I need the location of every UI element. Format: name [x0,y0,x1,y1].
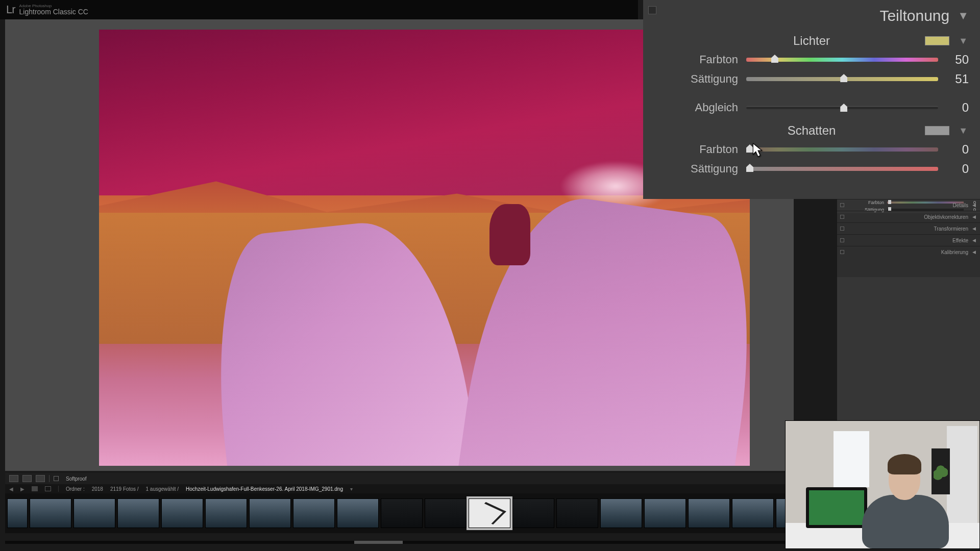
filmstrip-thumb[interactable] [249,498,291,528]
filmstrip-thumb[interactable] [425,498,467,528]
compare-icon[interactable] [36,475,45,482]
panel-title: Teiltonung [879,7,949,24]
filmstrip-thumb[interactable] [293,498,335,528]
split-toning-panel: Teiltonung ▼ Lichter ▼ Farbton 50 Sättig… [643,0,980,199]
dev-section-details[interactable]: Details◀ [837,199,980,211]
secondary-icon[interactable] [45,486,51,491]
softproof-checkbox[interactable] [54,476,59,481]
highlights-swatch[interactable] [925,36,949,45]
loupe-view-icon[interactable] [9,475,18,482]
filmstrip-thumb[interactable] [469,498,510,528]
highlights-hue-value[interactable]: 50 [938,53,969,67]
filmstrip-thumb[interactable] [7,498,28,528]
highlights-hue-slider[interactable] [746,58,938,62]
panel-collapse-icon[interactable]: ▼ [958,9,969,22]
nav-fwd-icon[interactable]: ▶ [20,486,24,492]
filmstrip-thumb[interactable] [688,498,730,528]
shadows-sat-label: Sättigung [654,162,746,176]
filmstrip-thumb[interactable] [30,498,71,528]
shadows-hue-value[interactable]: 0 [938,142,969,157]
highlights-sat-value[interactable]: 51 [938,72,969,86]
dev-section-kalibrierung[interactable]: Kalibrierung◀ [837,246,980,258]
shadows-hue-label: Farbton [654,143,746,156]
highlights-sat-label: Sättigung [654,72,746,86]
filmstrip-thumb[interactable] [732,498,774,528]
filmstrip-thumb[interactable] [74,498,115,528]
filmstrip-thumb[interactable] [381,498,423,528]
highlights-hue-label: Farbton [654,53,746,66]
app-header: Lr Adobe Photoshop Lightroom Classic CC [0,0,638,19]
filmstrip-thumb[interactable] [117,498,159,528]
shadows-swatch[interactable] [925,126,949,135]
softproof-label: Softproof [66,476,87,482]
webcam-overlay [785,420,980,549]
dev-section-objektivkorrekturen[interactable]: Objektivkorrekturen◀ [837,211,980,222]
shadows-sat-slider[interactable] [746,167,938,171]
filmstrip-thumb[interactable] [600,498,642,528]
shadows-sat-value[interactable]: 0 [938,162,969,176]
filmstrip-thumb[interactable] [512,498,554,528]
balance-value[interactable]: 0 [938,101,969,115]
filmstrip-thumb[interactable] [205,498,247,528]
highlights-sat-slider[interactable] [746,77,938,81]
balance-label: Abgleich [654,101,746,114]
panel-toggle-icon[interactable] [648,6,656,14]
balance-slider[interactable] [746,106,938,109]
shadows-hue-slider[interactable] [746,147,938,152]
filmstrip-thumb[interactable] [644,498,686,528]
app-subtitle: Adobe Photoshop Lightroom Classic CC [19,4,88,15]
nav-back-icon[interactable]: ◀ [9,486,13,492]
highlights-title: Lichter [793,34,830,48]
grid-icon[interactable] [32,486,38,491]
file-name: Hochzeit-Ludwigshafen-Full-Benkesser-26.… [186,486,343,492]
selected-count: 1 ausgewählt / [146,486,179,492]
shadows-expand-icon[interactable]: ▼ [959,126,968,136]
folder-name[interactable]: 2018 [92,486,103,492]
folder-label: Ordner : [66,486,85,492]
highlights-expand-icon[interactable]: ▼ [959,36,968,46]
app-logo: Lr [6,3,15,16]
before-after-icon[interactable] [22,475,32,482]
filmstrip-thumb[interactable] [337,498,379,528]
photo-count: 2119 Fotos / [110,486,139,492]
filmstrip-thumb[interactable] [161,498,203,528]
filmstrip-thumb[interactable] [556,498,598,528]
dev-section-transformieren[interactable]: Transformieren◀ [837,222,980,234]
shadows-title: Schatten [788,123,836,138]
dev-section-effekte[interactable]: Effekte◀ [837,234,980,246]
